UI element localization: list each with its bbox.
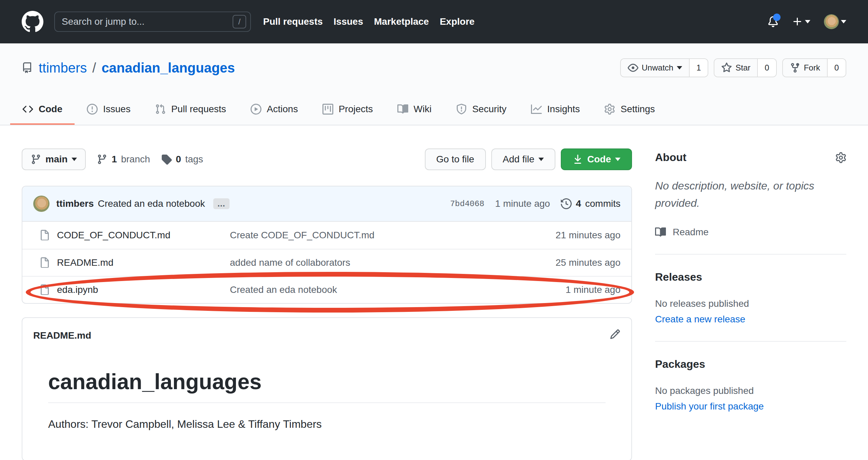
search-placeholder: Search or jump to... bbox=[62, 16, 233, 27]
commit-author-avatar[interactable] bbox=[33, 196, 50, 212]
file-row: README.md added name of collaborators 25… bbox=[22, 249, 631, 276]
publish-package-link[interactable]: Publish your first package bbox=[655, 401, 764, 412]
commit-ellipsis-button[interactable]: … bbox=[213, 198, 230, 209]
repo-header: ttimbers / canadian_languages Unwatch 1 … bbox=[0, 43, 868, 125]
tags-link[interactable]: 0 tags bbox=[161, 154, 203, 165]
latest-commit-bar: ttimbers Created an eda notebook … 7bd40… bbox=[22, 186, 631, 222]
repo-owner-link[interactable]: ttimbers bbox=[39, 60, 87, 76]
branch-selector-button[interactable]: main bbox=[22, 148, 86, 170]
commit-meta: 7bd4068 1 minute ago 4 commits bbox=[450, 198, 620, 209]
commit-history-link[interactable]: 4 commits bbox=[561, 198, 620, 209]
unwatch-button[interactable]: Unwatch bbox=[621, 59, 689, 77]
file-commit-message-link[interactable]: added name of collaborators bbox=[230, 257, 519, 268]
tab-insights[interactable]: Insights bbox=[519, 95, 592, 125]
plus-icon bbox=[792, 16, 803, 27]
gear-icon bbox=[835, 152, 846, 163]
about-heading: About bbox=[655, 151, 686, 164]
commit-time: 1 minute ago bbox=[495, 198, 550, 209]
tab-wiki[interactable]: Wiki bbox=[385, 95, 444, 125]
book-icon bbox=[655, 227, 666, 238]
star-button-group: Star 0 bbox=[714, 58, 776, 77]
slash-key-hint: / bbox=[233, 15, 246, 28]
search-input[interactable]: Search or jump to... / bbox=[54, 12, 251, 32]
forks-count[interactable]: 0 bbox=[827, 59, 846, 77]
sidebar-readme-link[interactable]: Readme bbox=[655, 227, 846, 238]
tab-issues[interactable]: Issues bbox=[75, 95, 143, 125]
nav-marketplace[interactable]: Marketplace bbox=[374, 16, 429, 27]
about-description: No description, website, or topics provi… bbox=[655, 177, 846, 212]
file-icon bbox=[39, 230, 50, 241]
breadcrumb-separator: / bbox=[92, 60, 96, 76]
commit-author-link[interactable]: ttimbers bbox=[56, 198, 94, 209]
history-icon bbox=[561, 198, 572, 209]
gear-icon bbox=[604, 104, 615, 115]
file-updated-time: 21 minutes ago bbox=[519, 230, 620, 241]
create-release-link[interactable]: Create a new release bbox=[655, 314, 745, 325]
nav-pull-requests[interactable]: Pull requests bbox=[263, 16, 323, 27]
file-name-link[interactable]: eda.ipynb bbox=[57, 284, 230, 295]
nav-explore[interactable]: Explore bbox=[440, 16, 475, 27]
file-updated-time: 1 minute ago bbox=[519, 284, 620, 295]
repo-name-link[interactable]: canadian_languages bbox=[101, 60, 235, 76]
file-row-eda-ipynb: eda.ipynb Created an eda notebook 1 minu… bbox=[22, 276, 631, 303]
global-header: Search or jump to... / Pull requests Iss… bbox=[0, 0, 868, 43]
go-to-file-button[interactable]: Go to file bbox=[425, 148, 486, 170]
graph-icon bbox=[531, 104, 542, 115]
tab-settings[interactable]: Settings bbox=[592, 95, 667, 125]
branches-link[interactable]: 1 branch bbox=[97, 154, 150, 165]
issue-opened-icon bbox=[87, 104, 98, 115]
file-list-box: ttimbers Created an eda notebook … 7bd40… bbox=[22, 186, 632, 304]
releases-empty-text: No releases published bbox=[655, 298, 846, 309]
main-column: main 1 branch 0 tags Go to file Add file bbox=[22, 148, 632, 460]
readme-title: canadian_languages bbox=[48, 369, 606, 403]
git-branch-icon bbox=[31, 154, 41, 165]
readme-header: README.md bbox=[22, 318, 631, 342]
tag-icon bbox=[161, 154, 172, 165]
tab-projects[interactable]: Projects bbox=[310, 95, 385, 125]
readme-authors: Authors: Trevor Campbell, Melissa Lee & … bbox=[48, 418, 606, 431]
file-icon bbox=[39, 284, 50, 295]
file-actions: Go to file Add file Code bbox=[425, 148, 632, 170]
edit-readme-button[interactable] bbox=[610, 329, 620, 342]
code-download-button[interactable]: Code bbox=[561, 148, 632, 170]
global-nav: Pull requests Issues Marketplace Explore bbox=[263, 16, 475, 27]
github-logo[interactable] bbox=[22, 11, 43, 33]
watchers-count[interactable]: 1 bbox=[689, 59, 708, 77]
pull-request-icon bbox=[155, 104, 166, 115]
tab-code[interactable]: Code bbox=[10, 95, 75, 125]
file-icon bbox=[39, 257, 50, 268]
github-mark-icon bbox=[22, 11, 43, 33]
star-icon bbox=[721, 62, 732, 73]
chevron-down-icon bbox=[72, 158, 77, 161]
tab-actions[interactable]: Actions bbox=[238, 95, 310, 125]
unread-notification-dot bbox=[773, 14, 781, 21]
book-icon bbox=[397, 104, 408, 115]
tab-security[interactable]: Security bbox=[444, 95, 519, 125]
tab-pull-requests[interactable]: Pull requests bbox=[143, 95, 238, 125]
releases-section: Releases No releases published Create a … bbox=[655, 255, 846, 342]
fork-button-group: Fork 0 bbox=[782, 58, 846, 77]
file-name-link[interactable]: CODE_OF_CONDUCT.md bbox=[57, 230, 230, 241]
file-name-link[interactable]: README.md bbox=[57, 257, 230, 268]
readme-filename: README.md bbox=[33, 330, 91, 341]
chevron-down-icon bbox=[677, 66, 682, 69]
add-file-button[interactable]: Add file bbox=[491, 148, 555, 170]
commit-message-link[interactable]: Created an eda notebook bbox=[98, 198, 205, 209]
star-button[interactable]: Star bbox=[714, 59, 757, 77]
file-commit-message-link[interactable]: Create CODE_OF_CONDUCT.md bbox=[230, 230, 519, 241]
user-menu-button[interactable] bbox=[824, 14, 846, 29]
readme-card: README.md canadian_languages Authors: Tr… bbox=[22, 317, 632, 460]
nav-issues[interactable]: Issues bbox=[334, 16, 363, 27]
commit-sha-link[interactable]: 7bd4068 bbox=[450, 199, 484, 208]
play-icon bbox=[251, 104, 261, 115]
repo-content: main 1 branch 0 tags Go to file Add file bbox=[0, 148, 868, 460]
repo-social-actions: Unwatch 1 Star 0 Fork bbox=[620, 58, 846, 77]
edit-about-button[interactable] bbox=[835, 152, 846, 163]
stargazers-count[interactable]: 0 bbox=[757, 59, 776, 77]
create-new-button[interactable] bbox=[792, 16, 810, 27]
file-commit-message-link[interactable]: Created an eda notebook bbox=[230, 284, 519, 295]
notifications-button[interactable] bbox=[768, 16, 778, 27]
fork-button[interactable]: Fork bbox=[783, 59, 827, 77]
chevron-down-icon bbox=[615, 158, 620, 161]
avatar bbox=[824, 14, 839, 29]
